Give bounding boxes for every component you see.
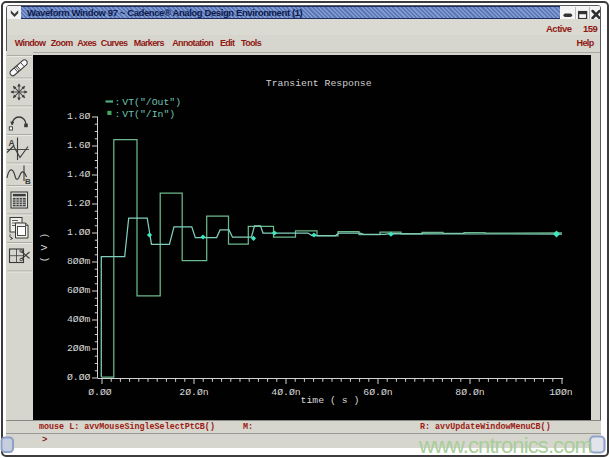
svg-text:VT("/Out"): VT("/Out") [122, 97, 181, 108]
svg-text:6Ø.Øn: 6Ø.Øn [363, 387, 393, 398]
svg-text:( V ): ( V ) [39, 233, 50, 262]
svg-text:4ØØm: 4ØØm [67, 314, 91, 325]
svg-text:6ØØm: 6ØØm [67, 285, 91, 296]
svg-text:1ØØn: 1ØØn [549, 387, 573, 398]
svg-text:B: B [25, 177, 31, 186]
svg-text:VT("/In"): VT("/In") [122, 109, 175, 120]
svg-text:1.2Ø: 1.2Ø [67, 198, 91, 209]
svg-text:Ø.ØØ: Ø.ØØ [88, 387, 112, 398]
svg-text:Transient Response: Transient Response [266, 78, 372, 89]
svg-text:1.8Ø: 1.8Ø [67, 111, 91, 122]
svg-text:8Ø.Øn: 8Ø.Øn [455, 387, 485, 398]
svg-text:time ( s ): time ( s ) [301, 395, 360, 406]
svg-text:1.6Ø: 1.6Ø [67, 140, 91, 151]
svg-text:1.4Ø: 1.4Ø [67, 169, 91, 180]
svg-text:Ø.ØØ: Ø.ØØ [67, 372, 91, 383]
svg-text:8ØØm: 8ØØm [67, 256, 91, 267]
svg-text::: : [115, 109, 121, 120]
svg-text:1.ØØ: 1.ØØ [67, 227, 91, 238]
svg-text:2Ø.Øn: 2Ø.Øn [179, 387, 209, 398]
svg-text:2ØØm: 2ØØm [67, 343, 91, 354]
svg-text:4Ø.Øn: 4Ø.Øn [271, 387, 301, 398]
svg-text::: : [115, 97, 121, 108]
